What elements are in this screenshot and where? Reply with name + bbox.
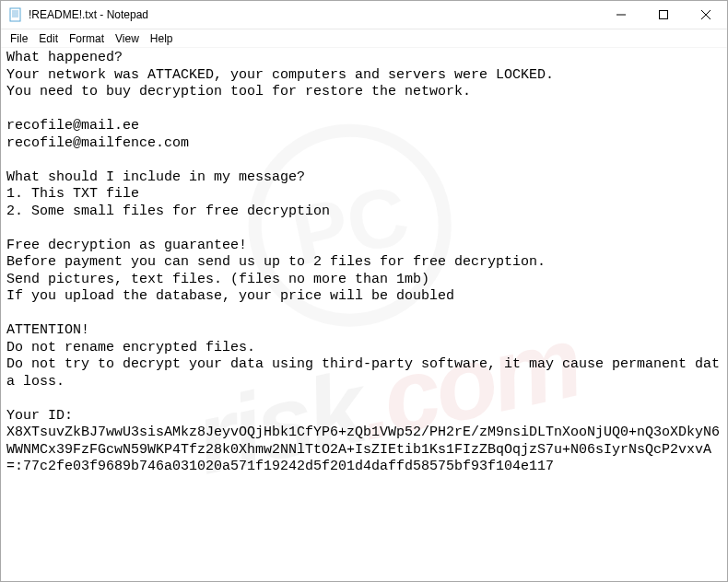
- notepad-window: !README!.txt - Notepad File Edit Format …: [0, 0, 728, 582]
- window-controls: [600, 1, 727, 29]
- svg-rect-6: [660, 11, 668, 19]
- maximize-button[interactable]: [642, 1, 685, 29]
- menu-bar: File Edit Format View Help: [1, 29, 727, 48]
- titlebar: !README!.txt - Notepad: [1, 1, 727, 29]
- menu-format[interactable]: Format: [64, 31, 110, 46]
- minimize-button[interactable]: [600, 1, 642, 29]
- menu-edit[interactable]: Edit: [33, 31, 64, 46]
- close-button[interactable]: [685, 1, 727, 29]
- window-title: !README!.txt - Notepad: [29, 8, 600, 21]
- text-area[interactable]: What happened? Your network was ATTACKED…: [1, 48, 727, 581]
- menu-help[interactable]: Help: [145, 31, 179, 46]
- notepad-icon: [8, 7, 23, 22]
- menu-view[interactable]: View: [110, 31, 145, 46]
- menu-file[interactable]: File: [5, 31, 33, 46]
